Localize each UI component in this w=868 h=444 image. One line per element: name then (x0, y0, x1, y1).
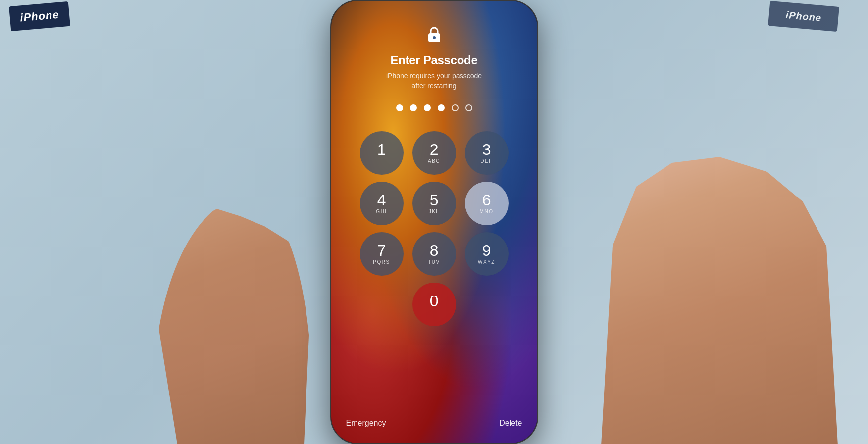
key-8[interactable]: 8 TUV (412, 232, 456, 276)
emergency-button[interactable]: Emergency (346, 419, 386, 428)
dot-6 (465, 104, 472, 111)
passcode-screen: Enter Passcode iPhone requires your pass… (331, 1, 537, 443)
dot-2 (410, 104, 417, 111)
keypad-row-4: 0 (412, 283, 456, 326)
dot-3 (424, 104, 431, 111)
bottom-bar: Emergency Delete (331, 403, 537, 443)
dot-5 (452, 104, 459, 111)
passcode-subtitle: iPhone requires your passcodeafter resta… (386, 71, 482, 91)
dot-4 (438, 104, 445, 111)
key-5[interactable]: 5 JKL (412, 182, 456, 225)
key-7[interactable]: 7 PQRS (360, 232, 404, 276)
keypad-row-3: 7 PQRS 8 TUV 9 WXYZ (360, 232, 509, 276)
iphone-device: Enter Passcode iPhone requires your pass… (330, 0, 538, 444)
key-6[interactable]: 6 MNO (465, 182, 509, 225)
key-9[interactable]: 9 WXYZ (465, 232, 509, 276)
iphone-box-label-left: iPhone (9, 1, 70, 31)
key-3[interactable]: 3 DEF (465, 131, 509, 175)
key-1[interactable]: 1 (360, 131, 404, 175)
keypad: 1 2 ABC 3 DEF 4 GHI 5 (360, 131, 509, 326)
svg-point-1 (433, 36, 436, 39)
key-4[interactable]: 4 GHI (360, 182, 404, 225)
key-0[interactable]: 0 (412, 283, 456, 326)
lock-icon (425, 26, 443, 44)
passcode-dots (396, 104, 472, 111)
dot-1 (396, 104, 403, 111)
delete-button[interactable]: Delete (499, 419, 522, 428)
passcode-title: Enter Passcode (391, 53, 478, 67)
key-2[interactable]: 2 ABC (412, 131, 456, 175)
keypad-row-2: 4 GHI 5 JKL 6 MNO (360, 182, 509, 225)
keypad-row-1: 1 2 ABC 3 DEF (360, 131, 509, 175)
